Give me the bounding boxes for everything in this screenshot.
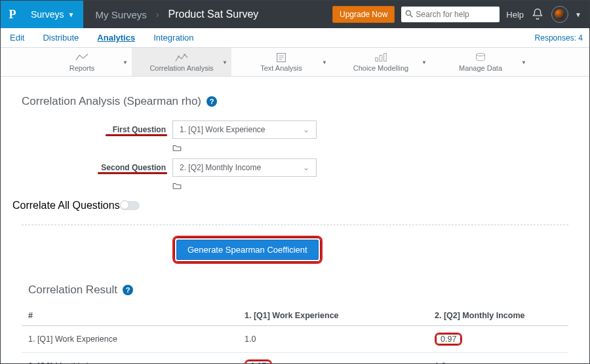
subnav-analytics[interactable]: Analytics	[88, 28, 144, 47]
folder-icon[interactable]	[172, 182, 182, 190]
panel-title-text: Correlation Analysis (Spearman rho)	[22, 95, 201, 108]
cell: 0.97	[238, 353, 428, 365]
caret-down-icon: ▼	[68, 11, 75, 18]
search-icon	[404, 9, 414, 18]
first-question-value: 1. [Q1] Work Experience	[180, 125, 266, 134]
tool-choice-label: Choice Modelling	[353, 64, 408, 72]
tool-reports-label: Reports	[69, 64, 95, 72]
second-question-value: 2. [Q2] Monthly Income	[180, 163, 261, 172]
subnav-distribute[interactable]: Distribute	[33, 28, 88, 47]
col-1: 1. [Q1] Work Experience	[238, 306, 428, 326]
surveys-dropdown[interactable]: Surveys ▼	[24, 1, 83, 28]
database-icon	[473, 52, 488, 63]
correlation-table: # 1. [Q1] Work Experience 2. [Q2] Monthl…	[22, 306, 568, 364]
caret-down-icon: ▼	[123, 60, 128, 65]
svg-rect-8	[376, 58, 378, 62]
subnav-edit[interactable]: Edit	[1, 28, 33, 47]
breadcrumb-current: Product Sat Survey	[168, 9, 259, 20]
second-question-row: Second Question 2. [Q2] Monthly Income ⌄	[12, 158, 578, 177]
highlight-pill: 0.97	[245, 359, 272, 364]
col-hash: #	[22, 306, 238, 326]
caret-down-icon: ▼	[222, 60, 227, 65]
logo-letter: P	[9, 8, 16, 22]
reports-icon	[75, 52, 89, 63]
highlight-pill: 0.97	[435, 333, 462, 346]
result-title-text: Correlation Result	[28, 283, 117, 297]
help-icon[interactable]: ?	[206, 96, 217, 107]
chevron-down-icon: ⌄	[303, 125, 309, 134]
choice-icon	[374, 52, 388, 63]
chevron-right-icon: ›	[156, 9, 159, 20]
subnav-integration[interactable]: Integration	[144, 28, 203, 47]
correlation-icon	[174, 52, 189, 63]
correlate-all-row: Correlate All Questions	[12, 196, 578, 215]
table-row: 2. [Q2] Monthly Income 0.97 1.0	[22, 353, 568, 365]
generate-button[interactable]: Generate Spearman Coefficient	[176, 240, 319, 260]
first-question-row: First Question 1. [Q1] Work Experience ⌄	[12, 120, 578, 139]
upgrade-button[interactable]: Upgrade Now	[332, 6, 395, 23]
chevron-down-icon: ⌄	[303, 163, 309, 172]
search-input[interactable]	[401, 7, 500, 22]
cell: 0.97	[428, 326, 568, 353]
tool-manage-label: Manage Data	[459, 64, 502, 72]
result-title: Correlation Result ?	[12, 264, 578, 306]
svg-line-1	[410, 15, 413, 18]
row-label: 1. [Q1] Work Experience	[22, 326, 238, 353]
table-header-row: # 1. [Q1] Work Experience 2. [Q2] Monthl…	[22, 306, 568, 326]
main-area: Correlation Analysis (Spearman rho) ? Fi…	[1, 77, 589, 364]
svg-point-2	[178, 55, 180, 57]
top-bar: P Surveys ▼ My Surveys › Product Sat Sur…	[1, 1, 589, 28]
surveys-label: Surveys	[31, 9, 64, 20]
help-link[interactable]: Help	[506, 10, 524, 20]
tool-text-label: Text Analysis	[260, 64, 302, 72]
cell: 1.0	[238, 326, 428, 353]
second-question-label: Second Question	[12, 163, 172, 172]
brand-logo[interactable]: P	[1, 1, 24, 28]
analytics-toolbar: Reports ▼ Correlation Analysis ▼ Text An…	[1, 48, 589, 77]
caret-down-icon: ▼	[422, 60, 427, 65]
bell-icon[interactable]	[530, 7, 545, 22]
search-wrap	[401, 7, 500, 22]
svg-point-0	[406, 10, 411, 15]
sub-nav: Edit Distribute Analytics Integration Re…	[1, 28, 589, 48]
tool-manage-data[interactable]: Manage Data ▼	[431, 48, 530, 76]
text-analysis-icon	[274, 52, 288, 63]
svg-point-3	[184, 54, 186, 56]
second-question-select[interactable]: 2. [Q2] Monthly Income ⌄	[172, 158, 317, 177]
table-row: 1. [Q1] Work Experience 1.0 0.97	[22, 326, 568, 353]
caret-down-icon: ▼	[322, 60, 327, 65]
cell: 1.0	[428, 353, 568, 365]
correlate-all-toggle[interactable]	[120, 201, 140, 210]
highlight-box: Generate Spearman Coefficient	[172, 236, 323, 264]
tool-correlation-label: Correlation Analysis	[149, 64, 213, 72]
tool-correlation[interactable]: Correlation Analysis ▼	[132, 48, 231, 76]
highlight-underline	[106, 134, 167, 136]
breadcrumb-root[interactable]: My Surveys	[95, 9, 146, 20]
avatar[interactable]	[551, 6, 568, 23]
svg-rect-10	[384, 53, 387, 61]
toggle-knob	[120, 200, 129, 209]
separator	[22, 225, 568, 225]
avatar-inner	[555, 9, 565, 20]
col-2: 2. [Q2] Monthly Income	[428, 306, 568, 326]
first-question-label: First Question	[12, 125, 172, 134]
tool-text[interactable]: Text Analysis ▼	[231, 48, 331, 76]
folder-icon[interactable]	[172, 144, 182, 152]
first-question-select[interactable]: 1. [Q1] Work Experience ⌄	[172, 120, 317, 139]
caret-down-icon: ▼	[521, 60, 526, 65]
responses-count[interactable]: Responses: 4	[535, 28, 589, 47]
svg-rect-9	[380, 55, 382, 61]
correlate-all-label: Correlate All Questions	[12, 200, 120, 211]
tool-choice[interactable]: Choice Modelling ▼	[331, 48, 431, 76]
row-label: 2. [Q2] Monthly Income	[22, 353, 238, 365]
help-icon[interactable]: ?	[123, 285, 133, 295]
svg-point-11	[477, 53, 485, 56]
account-caret-icon[interactable]: ▼	[575, 11, 581, 18]
panel-title: Correlation Analysis (Spearman rho) ?	[12, 91, 578, 120]
tool-reports[interactable]: Reports ▼	[32, 48, 132, 76]
breadcrumb: My Surveys › Product Sat Survey	[95, 9, 258, 20]
highlight-underline	[98, 172, 167, 174]
